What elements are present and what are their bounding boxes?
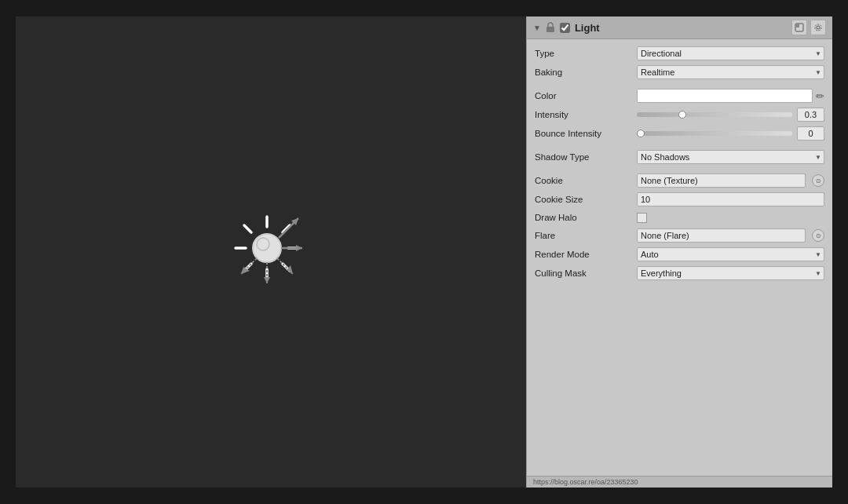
svg-point-0 [253, 234, 281, 262]
intensity-label: Intensity [535, 110, 637, 119]
svg-rect-20 [546, 27, 554, 32]
prop-row-flare: Flare None (Flare) ⊙ [527, 226, 832, 245]
cookie-size-field[interactable]: 10 [637, 192, 824, 206]
baking-dropdown[interactable]: Realtime Baked Mixed [637, 65, 824, 79]
bounce-intensity-slider-wrapper: 0 [637, 126, 824, 141]
baking-dropdown-wrapper: Realtime Baked Mixed ▼ [637, 65, 824, 79]
draw-halo-value [637, 213, 824, 223]
prop-row-culling-mask: Culling Mask Everything Nothing Layer 0 … [527, 264, 832, 283]
color-field-wrapper: ✏ [637, 89, 824, 103]
prop-row-intensity: Intensity 0.3 [527, 105, 832, 124]
shadow-type-dropdown[interactable]: No Shadows Hard Shadows Soft Shadows [637, 150, 824, 164]
intensity-value: 0.3 [637, 108, 824, 122]
lock-icon [546, 22, 555, 33]
intensity-slider-track[interactable] [637, 112, 792, 117]
prop-row-type: Type Directional Point Spot ▼ [527, 44, 832, 63]
cookie-picker-icon[interactable]: ⊙ [812, 174, 824, 187]
render-mode-dropdown[interactable]: Auto Important Not Important [637, 247, 824, 261]
prop-row-draw-halo: Draw Halo [527, 209, 832, 226]
properties-area: Type Directional Point Spot ▼ Baking [527, 39, 832, 476]
shadow-type-dropdown-wrapper: No Shadows Hard Shadows Soft Shadows ▼ [637, 150, 824, 164]
collapse-arrow[interactable]: ▼ [533, 24, 541, 32]
shadow-type-label: Shadow Type [535, 152, 637, 162]
culling-mask-label: Culling Mask [535, 268, 637, 278]
bounce-intensity-value: 0 [637, 126, 824, 141]
prop-row-render-mode: Render Mode Auto Important Not Important… [527, 245, 832, 264]
render-mode-label: Render Mode [535, 250, 637, 259]
baking-value: Realtime Baked Mixed ▼ [637, 65, 824, 79]
intensity-slider-value[interactable]: 0.3 [797, 108, 824, 122]
cookie-field[interactable]: None (Texture) [637, 173, 806, 188]
svg-marker-15 [287, 265, 293, 274]
color-value: ✏ [637, 89, 824, 103]
svg-marker-13 [296, 245, 302, 251]
gear-icon-button[interactable] [810, 20, 826, 35]
flare-label: Flare [535, 231, 637, 240]
flare-picker-icon[interactable]: ⊙ [812, 229, 824, 242]
prop-row-shadow-type: Shadow Type No Shadows Hard Shadows Soft… [527, 148, 832, 166]
prop-row-baking: Baking Realtime Baked Mixed ▼ [527, 63, 832, 82]
eyedropper-icon[interactable]: ✏ [816, 90, 824, 102]
type-label: Type [535, 49, 637, 58]
intensity-slider-wrapper: 0.3 [637, 108, 824, 122]
render-mode-value: Auto Important Not Important ▼ [637, 247, 824, 261]
scene-icon-button[interactable] [791, 20, 807, 35]
cookie-size-value: 10 [637, 192, 824, 206]
flare-value: None (Flare) ⊙ [637, 228, 824, 243]
component-title: Light [575, 22, 787, 34]
light-icon [224, 205, 318, 299]
component-enabled-checkbox[interactable] [560, 23, 570, 33]
bounce-intensity-slider-value[interactable]: 0 [797, 126, 824, 141]
draw-halo-label: Draw Halo [535, 213, 637, 222]
bounce-intensity-slider-track[interactable] [637, 131, 792, 136]
type-dropdown[interactable]: Directional Point Spot [637, 46, 824, 60]
cookie-label: Cookie [535, 176, 637, 185]
prop-row-cookie-size: Cookie Size 10 [527, 190, 832, 209]
main-container: ▼ Light [16, 16, 832, 488]
inspector-panel: ▼ Light [526, 16, 832, 488]
cookie-size-label: Cookie Size [535, 195, 637, 204]
inspector-header: ▼ Light [527, 16, 832, 39]
cookie-value: None (Texture) ⊙ [637, 173, 824, 188]
render-mode-dropdown-wrapper: Auto Important Not Important ▼ [637, 247, 824, 261]
draw-halo-checkbox-wrapper [637, 213, 647, 223]
svg-rect-22 [796, 24, 799, 27]
color-label: Color [535, 91, 637, 100]
svg-point-23 [817, 26, 820, 29]
prop-row-color: Color ✏ [527, 86, 832, 105]
bounce-intensity-label: Bounce Intensity [535, 129, 637, 138]
culling-mask-dropdown-wrapper: Everything Nothing Layer 0 ▼ [637, 266, 824, 280]
prop-row-bounce-intensity: Bounce Intensity 0 [527, 124, 832, 143]
draw-halo-checkbox[interactable] [637, 213, 647, 223]
svg-point-24 [815, 24, 821, 31]
intensity-slider-thumb[interactable] [678, 111, 686, 119]
type-value: Directional Point Spot ▼ [637, 46, 824, 60]
culling-mask-dropdown[interactable]: Everything Nothing Layer 0 [637, 266, 824, 280]
bounce-intensity-slider-thumb[interactable] [637, 130, 645, 137]
viewport [16, 16, 526, 488]
url-bar: https://blog.oscar.re/oa/23365230 [527, 476, 832, 488]
baking-label: Baking [535, 68, 637, 77]
svg-line-6 [244, 225, 251, 232]
culling-mask-value: Everything Nothing Layer 0 ▼ [637, 266, 824, 280]
color-swatch[interactable] [637, 89, 813, 103]
prop-row-cookie: Cookie None (Texture) ⊙ [527, 171, 832, 190]
header-icons [791, 20, 826, 35]
flare-field[interactable]: None (Flare) [637, 228, 806, 243]
svg-marker-19 [264, 277, 270, 283]
type-dropdown-wrapper: Directional Point Spot ▼ [637, 46, 824, 60]
shadow-type-value: No Shadows Hard Shadows Soft Shadows ▼ [637, 150, 824, 164]
